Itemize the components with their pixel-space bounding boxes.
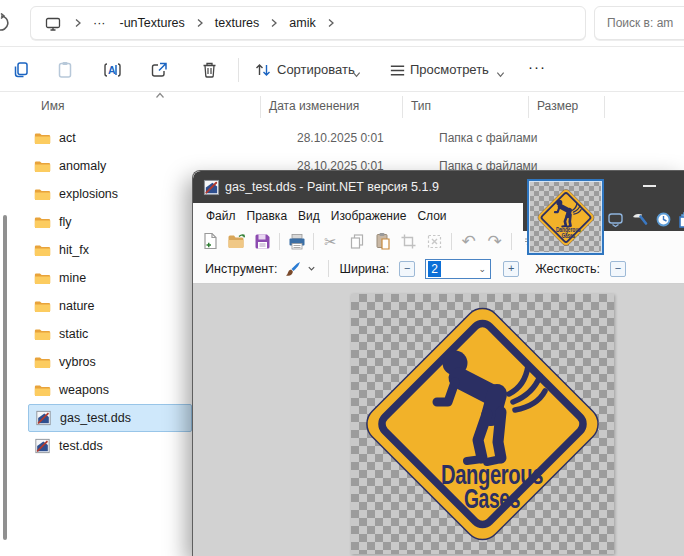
chevron-down-icon (496, 70, 505, 79)
column-header-name[interactable]: Имя (41, 99, 64, 113)
column-header-type[interactable]: Тип (411, 99, 431, 113)
width-decrement-button[interactable]: − (399, 261, 415, 277)
open-file-button[interactable] (227, 232, 246, 251)
menu-edit[interactable]: Правка (247, 209, 288, 223)
search-text: Поиск в: am (607, 16, 673, 30)
column-divider[interactable] (260, 96, 261, 118)
tools-window-icon[interactable] (631, 211, 648, 228)
file-type: Папка с файлами (439, 131, 538, 145)
file-name: mine (59, 271, 86, 285)
folder-icon (34, 215, 51, 230)
trash-icon (200, 60, 219, 80)
chevron-down-icon (352, 70, 361, 79)
rename-button[interactable]: A (99, 57, 125, 83)
file-name: vybros (59, 355, 96, 369)
this-pc-icon[interactable] (45, 16, 61, 32)
copy-button[interactable] (8, 57, 34, 83)
breadcrumb-item[interactable]: -unTextures (116, 14, 189, 32)
dangerous-gases-sign-thumbnail (534, 186, 598, 249)
divider (451, 233, 452, 250)
menu-layers[interactable]: Слои (417, 209, 446, 223)
undo-button[interactable]: ↶ (459, 232, 478, 251)
more-options-button[interactable]: ··· (528, 58, 546, 75)
file-name: nature (59, 299, 94, 313)
cut-button[interactable]: ✂ (321, 232, 340, 251)
new-file-button[interactable] (201, 232, 220, 251)
chevron-right-icon (269, 18, 279, 28)
column-header-size[interactable]: Размер (537, 99, 578, 113)
redo-button[interactable]: ↷ (485, 232, 504, 251)
toolbar: ✂ (193, 228, 523, 254)
file-name: fly (59, 215, 72, 229)
search-input[interactable]: Поиск в: am (594, 6, 684, 40)
column-divider[interactable] (604, 96, 605, 118)
breadcrumb-item[interactable]: amik (285, 14, 319, 32)
tool-label: Инструмент: (205, 262, 277, 276)
copy-icon (11, 60, 31, 80)
history-window-icon[interactable] (655, 211, 672, 228)
width-increment-button[interactable]: + (503, 261, 519, 277)
menu-file[interactable]: Файл (206, 209, 236, 223)
canvas-image[interactable] (351, 294, 614, 554)
file-name: test.dds (59, 439, 103, 453)
rename-icon: A (102, 60, 123, 80)
folder-icon (34, 271, 51, 286)
dangerous-gases-sign (351, 294, 614, 554)
breadcrumb-overflow[interactable]: ··· (89, 14, 110, 32)
scrollbar[interactable] (3, 215, 7, 540)
divider (238, 58, 239, 82)
image-thumbnail-tab[interactable] (527, 179, 604, 255)
folder-icon (34, 131, 51, 146)
file-name: explosions (59, 187, 118, 201)
file-row[interactable]: act 28.10.2025 0:01 Папка с файлами (28, 124, 684, 152)
width-combobox[interactable]: 2 ⌄ (425, 259, 491, 279)
paste-icon (55, 60, 75, 80)
width-label: Ширина: (339, 262, 389, 276)
divider (313, 233, 314, 250)
column-divider[interactable] (402, 96, 403, 118)
hardness-label: Жесткость: (535, 262, 600, 276)
folder-icon (34, 299, 51, 314)
hardness-decrement-button[interactable]: − (610, 261, 626, 277)
panel-toggle-icon[interactable] (607, 211, 624, 228)
paintnet-app-icon (203, 179, 220, 196)
file-name: act (59, 131, 76, 145)
save-button[interactable] (253, 232, 272, 251)
divider (0, 46, 684, 47)
share-button[interactable] (146, 57, 172, 83)
column-divider[interactable] (528, 96, 529, 118)
folder-icon (34, 355, 51, 370)
copy-button-paint[interactable] (347, 232, 366, 251)
refresh-icon[interactable] (0, 13, 11, 33)
menu-bar: Файл Правка Вид Изображение Слои (193, 203, 523, 228)
file-name: gas_test.dds (60, 411, 131, 425)
sort-button[interactable]: Сортировать (277, 62, 355, 77)
folder-icon (34, 243, 51, 258)
view-button[interactable]: Просмотреть (410, 62, 489, 77)
paste-button[interactable] (52, 57, 78, 83)
delete-button[interactable] (196, 57, 222, 83)
svg-text:A: A (108, 64, 116, 76)
divider (279, 233, 280, 250)
crop-button[interactable] (399, 232, 418, 251)
print-button[interactable] (287, 232, 306, 251)
menu-view[interactable]: Вид (298, 209, 320, 223)
column-header-date[interactable]: Дата изменения (269, 99, 359, 113)
deselect-button[interactable] (425, 232, 444, 251)
file-row-selected[interactable]: gas_test.dds (28, 404, 192, 432)
view-icon (384, 57, 410, 83)
folder-icon (34, 327, 51, 342)
tool-options-bar: Инструмент: Ширина: − 2 ⌄ + Жесткость: − (193, 254, 684, 284)
breadcrumb: ··· -unTextures textures amik (30, 6, 586, 40)
chevron-down-icon[interactable] (307, 264, 316, 273)
paintnet-file-icon (34, 438, 51, 454)
breadcrumb-item[interactable]: textures (211, 14, 263, 32)
chevron-right-icon (73, 18, 83, 28)
paste-button-paint[interactable] (373, 232, 392, 251)
paintbrush-icon[interactable] (283, 259, 303, 279)
menu-image[interactable]: Изображение (331, 209, 407, 223)
layers-window-icon[interactable] (679, 211, 684, 228)
file-date: 28.10.2025 0:01 (297, 131, 384, 145)
minimize-button[interactable] (643, 185, 656, 187)
folder-icon (34, 187, 51, 202)
